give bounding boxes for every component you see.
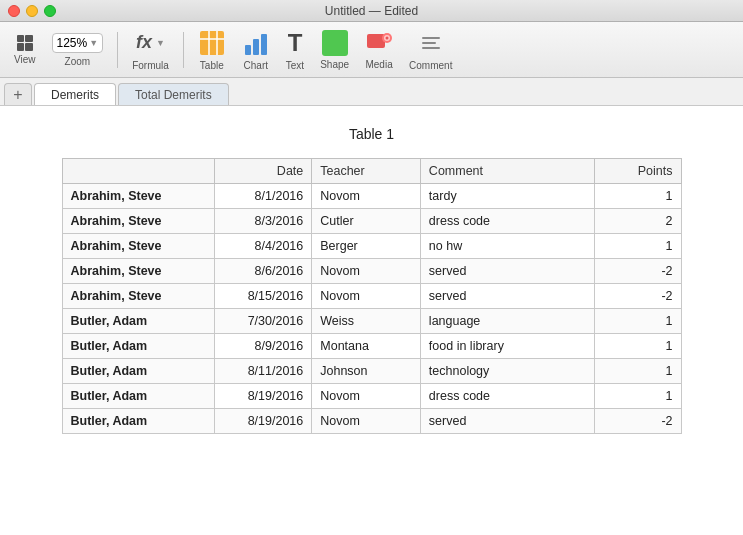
cell-comment: served <box>420 409 594 434</box>
tabs-bar: + Demerits Total Demerits <box>0 78 743 106</box>
traffic-lights <box>8 5 56 17</box>
svg-rect-0 <box>200 31 224 55</box>
add-tab-button[interactable]: + <box>4 83 32 105</box>
svg-point-10 <box>386 36 389 39</box>
cell-teacher: Johnson <box>312 359 421 384</box>
cell-date: 7/30/2016 <box>214 309 312 334</box>
table-row: Abrahim, Steve8/3/2016Cutlerdress code2 <box>62 209 681 234</box>
table-row: Butler, Adam7/30/2016Weisslanguage1 <box>62 309 681 334</box>
cell-points: 1 <box>594 184 681 209</box>
table-row: Butler, Adam8/19/2016Novomdress code1 <box>62 384 681 409</box>
table-row: Abrahim, Steve8/1/2016Novomtardy1 <box>62 184 681 209</box>
shape-button[interactable]: Shape <box>314 27 355 73</box>
cell-date: 8/9/2016 <box>214 334 312 359</box>
chart-icon <box>242 29 270 57</box>
cell-points: 1 <box>594 334 681 359</box>
cell-points: 1 <box>594 309 681 334</box>
table-row: Butler, Adam8/11/2016Johnsontechnology1 <box>62 359 681 384</box>
cell-points: -2 <box>594 409 681 434</box>
cell-name: Abrahim, Steve <box>62 284 214 309</box>
cell-teacher: Novom <box>312 184 421 209</box>
toolbar-divider-1 <box>117 32 118 68</box>
cell-date: 8/11/2016 <box>214 359 312 384</box>
tab-total-demerits[interactable]: Total Demerits <box>118 83 229 105</box>
minimize-button[interactable] <box>26 5 38 17</box>
cell-comment: dress code <box>420 384 594 409</box>
col-header-name <box>62 159 214 184</box>
cell-name: Butler, Adam <box>62 334 214 359</box>
col-header-date: Date <box>214 159 312 184</box>
media-icon <box>365 30 393 56</box>
comment-label: Comment <box>409 60 452 71</box>
svg-rect-7 <box>367 34 385 48</box>
cell-points: 2 <box>594 209 681 234</box>
formula-chevron-icon: ▼ <box>156 38 165 48</box>
zoom-select[interactable]: 125% ▼ <box>52 33 104 53</box>
cell-date: 8/15/2016 <box>214 284 312 309</box>
cell-teacher: Novom <box>312 284 421 309</box>
fullscreen-button[interactable] <box>44 5 56 17</box>
cell-points: 1 <box>594 359 681 384</box>
table-row: Butler, Adam8/19/2016Novomserved-2 <box>62 409 681 434</box>
table-row: Abrahim, Steve8/15/2016Novomserved-2 <box>62 284 681 309</box>
shape-icon <box>322 30 348 56</box>
table-row: Abrahim, Steve8/6/2016Novomserved-2 <box>62 259 681 284</box>
table-icon <box>198 29 226 57</box>
text-label: Text <box>286 60 304 71</box>
shape-label: Shape <box>320 59 349 70</box>
table-title: Table 1 <box>20 126 723 142</box>
media-label: Media <box>365 59 392 70</box>
zoom-chevron-icon: ▼ <box>89 38 98 48</box>
cell-teacher: Novom <box>312 384 421 409</box>
text-icon: T <box>288 29 303 57</box>
cell-points: -2 <box>594 259 681 284</box>
col-header-comment: Comment <box>420 159 594 184</box>
svg-rect-4 <box>245 45 251 55</box>
cell-date: 8/3/2016 <box>214 209 312 234</box>
cell-teacher: Montana <box>312 334 421 359</box>
cell-name: Butler, Adam <box>62 359 214 384</box>
media-button[interactable]: Media <box>359 27 399 73</box>
formula-icon: fx <box>136 32 152 53</box>
zoom-label: Zoom <box>65 56 91 67</box>
cell-comment: dress code <box>420 209 594 234</box>
svg-rect-6 <box>261 34 267 55</box>
cell-date: 8/19/2016 <box>214 384 312 409</box>
comment-icon <box>422 29 440 57</box>
cell-name: Abrahim, Steve <box>62 209 214 234</box>
close-button[interactable] <box>8 5 20 17</box>
cell-name: Butler, Adam <box>62 409 214 434</box>
chart-button[interactable]: Chart <box>236 26 276 74</box>
zoom-button[interactable]: 125% ▼ Zoom <box>46 30 110 70</box>
cell-comment: served <box>420 284 594 309</box>
tab-demerits[interactable]: Demerits <box>34 83 116 105</box>
formula-button[interactable]: fx ▼ Formula <box>126 26 175 74</box>
cell-name: Abrahim, Steve <box>62 234 214 259</box>
col-header-points: Points <box>594 159 681 184</box>
cell-points: -2 <box>594 284 681 309</box>
cell-comment: no hw <box>420 234 594 259</box>
cell-comment: tardy <box>420 184 594 209</box>
cell-points: 1 <box>594 384 681 409</box>
cell-comment: food in library <box>420 334 594 359</box>
cell-name: Abrahim, Steve <box>62 184 214 209</box>
main-content: Table 1 Date Teacher Comment Points Abra… <box>0 106 743 535</box>
toolbar: View 125% ▼ Zoom fx ▼ Formula Table <box>0 22 743 78</box>
cell-teacher: Berger <box>312 234 421 259</box>
zoom-value: 125% <box>57 36 88 50</box>
cell-date: 8/19/2016 <box>214 409 312 434</box>
view-label: View <box>14 54 36 65</box>
formula-label: Formula <box>132 60 169 71</box>
data-table: Date Teacher Comment Points Abrahim, Ste… <box>62 158 682 434</box>
text-button[interactable]: T Text <box>280 26 310 74</box>
window-title: Untitled — Edited <box>325 4 418 18</box>
view-button[interactable]: View <box>8 32 42 68</box>
cell-date: 8/6/2016 <box>214 259 312 284</box>
cell-teacher: Novom <box>312 409 421 434</box>
cell-comment: language <box>420 309 594 334</box>
table-label: Table <box>200 60 224 71</box>
table-row: Abrahim, Steve8/4/2016Bergerno hw1 <box>62 234 681 259</box>
comment-button[interactable]: Comment <box>403 26 458 74</box>
cell-teacher: Novom <box>312 259 421 284</box>
table-button[interactable]: Table <box>192 26 232 74</box>
